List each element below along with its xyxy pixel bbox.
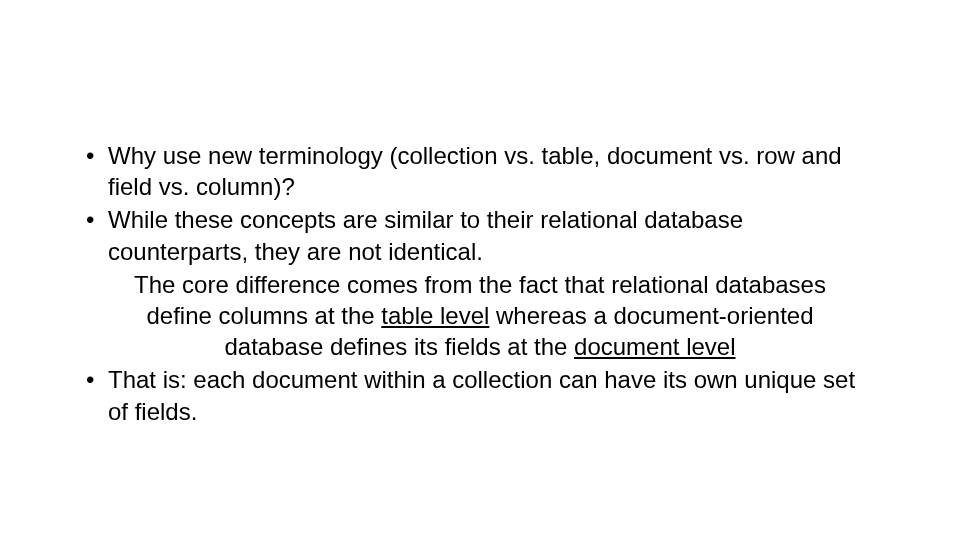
bullet-1: Why use new terminology (collection vs. … <box>80 140 880 202</box>
slide-content: Why use new terminology (collection vs. … <box>0 0 960 540</box>
sub-text: The core difference comes from the fact … <box>80 269 880 363</box>
underline-1: table level <box>381 302 489 329</box>
bullet-2: While these concepts are similar to thei… <box>80 204 880 266</box>
bullet-3: That is: each document within a collecti… <box>80 364 880 426</box>
bullet-3-text: That is: each document within a collecti… <box>108 366 855 424</box>
bullet-list: Why use new terminology (collection vs. … <box>80 140 880 267</box>
bullet-1-text: Why use new terminology (collection vs. … <box>108 142 842 200</box>
bullet-list-2: That is: each document within a collecti… <box>80 364 880 426</box>
bullet-2-text: While these concepts are similar to thei… <box>108 206 743 264</box>
underline-2: document level <box>574 333 735 360</box>
